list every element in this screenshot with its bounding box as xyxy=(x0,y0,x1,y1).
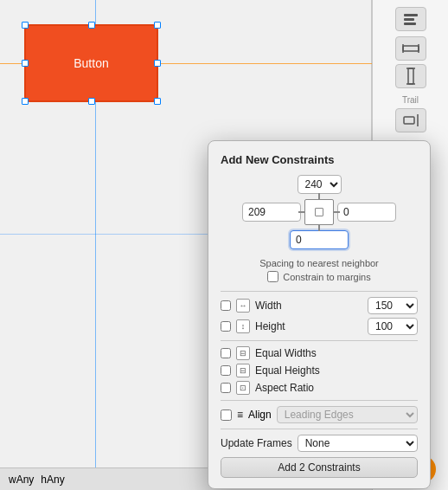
divider-2 xyxy=(221,340,418,341)
height-value-select[interactable]: 100 xyxy=(368,318,418,335)
top-value-select[interactable]: 240 xyxy=(298,175,342,194)
divider-1 xyxy=(221,291,418,292)
constraint-bottom-area xyxy=(221,230,418,249)
width-icon: ↔ xyxy=(236,299,250,313)
constraint-center-box xyxy=(304,199,334,225)
handle-br xyxy=(154,98,161,105)
svg-rect-2 xyxy=(404,23,416,25)
canvas-button[interactable]: Button xyxy=(24,24,158,102)
update-frames-row: Update Frames None xyxy=(221,435,418,452)
right-value-input[interactable] xyxy=(337,203,396,222)
h-any-label: hAny xyxy=(41,474,64,486)
equal-heights-label: Equal Heights xyxy=(255,364,320,377)
height-icon: ↕ xyxy=(236,319,250,333)
handle-tl xyxy=(22,22,29,29)
width-label: Width xyxy=(255,300,282,312)
bottom-value-input[interactable] xyxy=(290,230,349,249)
align-value-select[interactable]: Leading Edges xyxy=(277,406,418,423)
equal-heights-checkbox[interactable] xyxy=(221,365,231,376)
constraint-top-area: 240 xyxy=(221,175,418,194)
constraint-middle-area xyxy=(221,199,418,225)
aspect-ratio-icon: ⊡ xyxy=(236,381,250,395)
height-icon xyxy=(404,68,418,85)
svg-rect-6 xyxy=(408,68,413,84)
aspect-ratio-label: Aspect Ratio xyxy=(255,382,314,394)
handle-tc xyxy=(88,22,95,29)
constrain-margins-label: Constrain to margins xyxy=(283,272,371,282)
trailing-button[interactable] xyxy=(395,108,426,132)
height-row: ↕ Height 100 xyxy=(221,318,418,335)
equal-heights-row: ⊟ Equal Heights xyxy=(221,364,418,377)
equal-widths-icon: ⊟ xyxy=(236,346,250,360)
update-frames-select[interactable]: None xyxy=(298,435,418,452)
align-button[interactable] xyxy=(395,7,426,31)
height-checkbox[interactable] xyxy=(221,321,231,332)
svg-rect-3 xyxy=(403,46,419,51)
svg-rect-1 xyxy=(404,18,414,21)
left-value-input[interactable] xyxy=(242,203,301,222)
height-label: Height xyxy=(255,320,285,332)
width-row: ↔ Width 150 xyxy=(221,297,418,314)
w-any-label: wAny xyxy=(9,474,34,486)
svg-rect-9 xyxy=(404,117,414,124)
aspect-ratio-checkbox[interactable] xyxy=(221,383,231,393)
trailing-label: Trail xyxy=(402,95,419,105)
width-icon xyxy=(402,42,419,55)
handle-mr xyxy=(154,60,161,67)
equal-widths-checkbox[interactable] xyxy=(221,348,231,358)
constrain-margins-checkbox[interactable] xyxy=(267,271,278,282)
add-constraints-popup: Add New Constraints 240 Spacing to neare… xyxy=(208,140,431,489)
handle-ml xyxy=(22,60,29,67)
add-constraints-button[interactable]: Add 2 Constraints xyxy=(221,457,418,478)
inner-box xyxy=(315,208,323,216)
handle-bl xyxy=(22,98,29,105)
constrain-margins-row: Constrain to margins xyxy=(221,271,418,282)
svg-rect-0 xyxy=(404,14,418,16)
equal-widths-row: ⊟ Equal Widths xyxy=(221,346,418,360)
align-row: ≡ Align Leading Edges xyxy=(221,406,418,423)
handle-tr xyxy=(154,22,161,29)
align-checkbox[interactable] xyxy=(221,409,232,421)
canvas-button-label: Button xyxy=(74,56,108,70)
width-button[interactable] xyxy=(395,36,426,61)
handle-bc xyxy=(88,98,95,105)
update-frames-label: Update Frames xyxy=(221,437,292,449)
divider-4 xyxy=(221,429,418,429)
spacing-label: Spacing to nearest neighbor xyxy=(221,258,418,268)
divider-3 xyxy=(221,400,418,401)
popup-title: Add New Constraints xyxy=(221,153,418,166)
aspect-ratio-row: ⊡ Aspect Ratio xyxy=(221,381,418,395)
align-icon xyxy=(402,12,419,26)
trailing-icon xyxy=(402,113,419,127)
width-checkbox[interactable] xyxy=(221,300,231,311)
align-row-icon: ≡ xyxy=(237,409,243,421)
equal-heights-icon: ⊟ xyxy=(236,364,250,377)
width-value-select[interactable]: 150 xyxy=(368,297,418,314)
height-button[interactable] xyxy=(395,64,426,88)
equal-widths-label: Equal Widths xyxy=(255,347,317,359)
align-row-label: Align xyxy=(248,409,272,421)
